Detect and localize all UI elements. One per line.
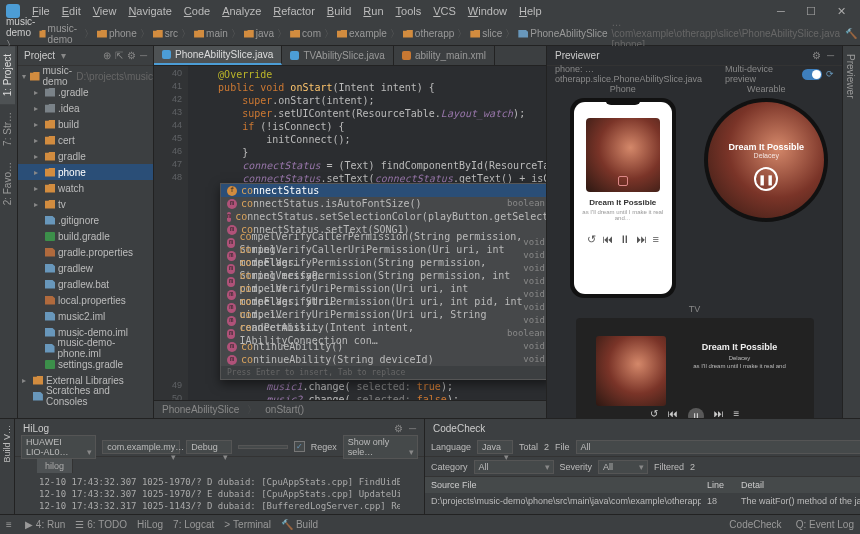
completion-item[interactable]: mconnectStatus.setSelectionColor(playBut… [221,210,546,223]
tree-item[interactable]: .gitignore [18,212,153,228]
hilog-filter-dropdown[interactable]: Show only sele… [343,435,418,459]
hilog-regex-checkbox[interactable]: ✓ [294,441,305,452]
project-tree[interactable]: ▾music-demo D:\projects\music▸.gradle▸.i… [18,66,153,418]
crumb-music-demo[interactable]: music-demo [39,23,80,45]
crumb-example[interactable]: example [337,28,387,39]
previewer-settings-icon[interactable]: ⚙ [812,50,821,61]
menu-vcs[interactable]: VCS [427,3,462,19]
hilog-process-dropdown[interactable]: com.example.my… [102,440,180,454]
tree-item[interactable]: gradlew.bat [18,276,153,292]
editor-crumb-method[interactable]: onStart() [265,404,304,415]
crumb-PhoneAbilitySlice[interactable]: PhoneAbilitySlice [518,28,607,39]
statusbar-item[interactable]: 7: Logcat [173,519,214,530]
menu-tools[interactable]: Tools [390,3,428,19]
menu-navigate[interactable]: Navigate [122,3,177,19]
statusbar-item[interactable]: HiLog [137,519,163,530]
completion-item[interactable]: mconnectAbility(Intent intent, IAbilityC… [221,327,546,340]
tv-play-icon: ⏸ [688,408,704,418]
hilog-level-dropdown[interactable]: Debug [186,440,232,454]
editor-tab[interactable]: TVAbilitySlice.java [282,46,394,65]
tree-item[interactable]: ▸watch [18,180,153,196]
editor-crumb-class[interactable]: PhoneAbilitySlice [162,404,239,415]
tree-item[interactable]: ▸gradle [18,148,153,164]
crumb-java[interactable]: java [244,28,274,39]
previewer-path: phone: …otherapp.slice.PhoneAbilitySlice… [555,64,725,84]
cc-file-input[interactable]: All [576,440,860,454]
multi-device-toggle[interactable] [802,69,822,80]
hilog-search-input[interactable] [238,445,288,449]
editor-tab[interactable]: ability_main.xml [394,46,495,65]
completion-item[interactable]: mcontinueAbility(String deviceId)void [221,353,546,366]
table-row[interactable]: D:\projects\music-demo\phone\src\main\ja… [425,493,860,509]
project-hide-icon[interactable]: ─ [140,50,147,61]
cc-filtered-label: Filtered [654,462,684,472]
menu-window[interactable]: Window [462,3,513,19]
tree-item[interactable]: ▾music-demo D:\projects\music [18,68,153,84]
crumb-phone[interactable]: phone [97,28,137,39]
tree-item[interactable]: music-demo-phone.iml [18,340,153,356]
cc-severity-dropdown[interactable]: All [598,460,648,474]
menu-help[interactable]: Help [513,3,548,19]
menu-refactor[interactable]: Refactor [267,3,321,19]
structure-tool-tab[interactable]: 7: Str… [0,104,15,154]
tree-item[interactable]: ▸.idea [18,100,153,116]
tree-item[interactable]: gradle.properties [18,244,153,260]
statusbar-item[interactable]: CodeCheck [729,519,781,530]
menu-analyze[interactable]: Analyze [216,3,267,19]
code-editor[interactable]: @Override public void onStart(Intent int… [188,66,546,400]
editor-tab[interactable]: PhoneAbilitySlice.java [154,46,282,65]
hilog-hide-icon[interactable]: ─ [409,423,416,434]
tree-item[interactable]: ▸build [18,116,153,132]
cc-language-label: Language [431,442,471,452]
refresh-icon[interactable]: ⟳ [826,69,834,79]
menu-edit[interactable]: Edit [56,3,87,19]
menu-run[interactable]: Run [357,3,389,19]
crumb-com[interactable]: com [290,28,321,39]
project-collapse-icon[interactable]: ⇱ [115,50,123,61]
completion-popup[interactable]: fconnectStatusmconnectStatus.isAutoFontS… [220,183,546,380]
tree-item[interactable]: local.properties [18,292,153,308]
project-sync-icon[interactable]: ⊕ [103,50,111,61]
codecheck-table[interactable]: Source FileLineDetailSeverityD:\projects… [425,477,860,514]
phone-preview[interactable]: Dream It Possible as I'll dream until I … [570,98,676,298]
statusbar-item[interactable]: 🔨Build [281,519,318,530]
statusbar-item[interactable]: ☰6: TODO [75,519,127,530]
completion-item[interactable]: fconnectStatus [221,184,546,197]
menu-code[interactable]: Code [178,3,216,19]
tree-item[interactable]: Scratches and Consoles [18,388,153,404]
statusbar-item[interactable]: >Terminal [224,519,271,530]
project-tool-tab[interactable]: 1: Project [0,46,15,104]
completion-item[interactable]: mconnectStatus.isAutoFontSize()boolean [221,197,546,210]
tree-item[interactable]: ▸tv [18,196,153,212]
crumb-slice[interactable]: slice [470,28,502,39]
crumb-main[interactable]: main [194,28,228,39]
tree-item[interactable]: ▸cert [18,132,153,148]
cc-language-dropdown[interactable]: Java [477,440,513,454]
watch-preview[interactable]: Dream It Possible Delacey ❚❚ [704,98,828,222]
tree-item[interactable]: ▸.gradle [18,84,153,100]
tree-item[interactable]: build.gradle [18,228,153,244]
favorites-tool-tab[interactable]: 2: Favo… [0,154,15,213]
hilog-output[interactable]: 12-10 17:43:32.307 1025-1970/? D dubaid:… [15,475,424,514]
menu-build[interactable]: Build [321,3,357,19]
statusbar-item[interactable]: ▶4: Run [25,519,65,530]
variants-tab[interactable]: Build V… [0,419,14,469]
tree-item[interactable]: music2.iml [18,308,153,324]
crumb-src[interactable]: src [153,28,178,39]
hilog-settings-icon[interactable]: ⚙ [394,423,403,434]
build-icon[interactable]: 🔨 [844,27,858,41]
cc-category-dropdown[interactable]: All [474,460,554,474]
tree-item[interactable]: gradlew [18,260,153,276]
hilog-tab[interactable]: hilog [37,459,73,473]
menu-view[interactable]: View [87,3,123,19]
previewer-hide-icon[interactable]: ─ [827,50,834,61]
tree-item[interactable]: ▸phone [18,164,153,180]
statusbar-item[interactable]: Q: Event Log [796,519,854,530]
previewer-tool-tab[interactable]: Previewer [843,46,858,106]
project-settings-icon[interactable]: ⚙ [127,50,136,61]
breadcrumb: music-demo〉phone〉src〉main〉java〉com〉examp… [39,23,607,45]
crumb-otherapp[interactable]: otherapp [403,28,454,39]
tv-preview[interactable]: Dream It Possible Delacey as I'll dream … [576,318,814,418]
hilog-device-dropdown[interactable]: HUAWEI LIO-AL0… [21,435,96,459]
statusbar-item[interactable]: ≡ [6,519,15,530]
